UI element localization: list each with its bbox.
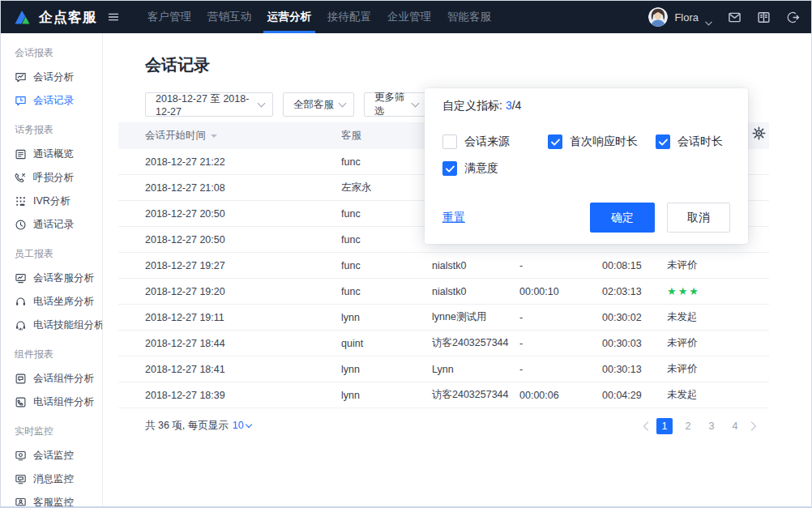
- column-header-label: 会话开始时间: [145, 129, 206, 143]
- sidebar-item[interactable]: 通话概览: [1, 143, 102, 166]
- logo-mark-icon: [14, 9, 33, 25]
- sidebar-item-label: 会话组件分析: [33, 372, 94, 386]
- reset-link[interactable]: 重置: [442, 211, 465, 225]
- table-cell: 2018-12-27 19:27: [118, 260, 341, 271]
- next-page-icon[interactable]: [750, 421, 757, 431]
- logout-icon[interactable]: [786, 11, 800, 24]
- nav-item-1[interactable]: 客户管理: [142, 1, 197, 33]
- nav-item-2[interactable]: 营销互动: [202, 1, 257, 33]
- user-menu[interactable]: Flora: [648, 7, 712, 27]
- nav-item-4[interactable]: 接待配置: [322, 1, 377, 33]
- nav-item-6[interactable]: 智能客服: [442, 1, 497, 33]
- sidebar-item[interactable]: 会话分析: [1, 66, 102, 89]
- column-header-start-time[interactable]: 会话开始时间: [118, 129, 341, 143]
- user-name: Flora: [674, 11, 699, 23]
- sidebar-item[interactable]: 会话客服分析: [1, 267, 102, 290]
- column-header: 客服: [341, 129, 432, 143]
- date-range-select[interactable]: 2018-12-27 至 2018-12-27: [145, 92, 273, 117]
- address-book-icon[interactable]: [757, 11, 771, 24]
- agent-select[interactable]: 全部客服: [283, 92, 354, 117]
- sidebar-item[interactable]: 通话记录: [1, 213, 102, 237]
- table-cell: 2018-12-27 18:44: [118, 338, 341, 349]
- table-row: 2018-12-27 18:41lynnLynn-00:30:13未评价: [118, 356, 769, 382]
- table-cell: 2018-12-27 21:08: [118, 182, 341, 194]
- chat-analysis-icon: [15, 71, 27, 83]
- custom-metrics-popover: 自定义指标:3/4 会话来源首次响应时长会话时长满意度 重置 确定 取消: [425, 88, 748, 244]
- avatar: [648, 7, 668, 27]
- more-filters-select[interactable]: 更多筛选: [364, 92, 427, 117]
- sidebar-item[interactable]: 消息监控: [1, 467, 102, 491]
- sidebar-item[interactable]: 呼损分析: [1, 166, 102, 190]
- metric-checkbox-item[interactable]: 会话来源: [442, 134, 548, 149]
- sidebar-item[interactable]: 电话组件分析: [1, 391, 102, 414]
- sidebar-item-label: 会话客服分析: [33, 271, 94, 285]
- satisfaction-cell: 未评价: [667, 362, 769, 376]
- metric-checkbox-item[interactable]: 首次响应时长: [548, 134, 656, 149]
- checkbox-checked-icon[interactable]: [442, 161, 457, 176]
- sidebar-item-label: 会话分析: [33, 70, 74, 84]
- page-number-1[interactable]: 1: [656, 418, 673, 434]
- sidebar-item[interactable]: 会话监控: [1, 444, 102, 467]
- sidebar-item[interactable]: 会话记录: [1, 89, 102, 113]
- satisfaction-text: 未发起: [667, 389, 698, 400]
- sidebar-item-label: 电话技能组分析: [33, 318, 103, 332]
- metric-checkbox-label: 首次响应时长: [570, 134, 638, 149]
- agent-select-value: 全部客服: [293, 98, 334, 112]
- metric-checkbox-item[interactable]: 会话时长: [656, 134, 723, 149]
- call-overview-icon: [15, 148, 27, 160]
- sidebar-item[interactable]: 客服监控: [1, 491, 102, 507]
- hamburger-menu-icon[interactable]: [107, 11, 120, 23]
- page-size-select[interactable]: 10: [233, 420, 244, 431]
- page-title: 会话记录: [145, 54, 769, 76]
- sidebar-item-label: 通话记录: [33, 218, 74, 232]
- chevron-down-icon: [339, 100, 347, 108]
- phone-component-icon: [15, 396, 27, 408]
- call-loss-icon: [15, 172, 27, 184]
- table-cell: 2018-12-27 19:20: [118, 286, 341, 297]
- agent-monitor-icon: [15, 497, 27, 507]
- mail-icon[interactable]: [728, 11, 741, 24]
- checkbox-checked-icon[interactable]: [656, 134, 670, 149]
- total-count-text: 共 36 项, 每页显示: [145, 420, 229, 431]
- page-number-4[interactable]: 4: [727, 418, 743, 434]
- chat-record-icon: [15, 95, 27, 107]
- table-cell: 00:04:29: [602, 390, 667, 401]
- sidebar-item[interactable]: 电话技能组分析: [1, 314, 102, 337]
- page-number-2[interactable]: 2: [680, 418, 696, 434]
- table-cell: func: [341, 208, 432, 220]
- metric-checkbox-item[interactable]: 满意度: [442, 161, 548, 176]
- chevron-down-icon[interactable]: [245, 421, 251, 428]
- table-cell: lynn: [341, 312, 432, 323]
- sidebar-section-title: 实时监控: [1, 414, 102, 444]
- table-cell: 访客2403257344: [432, 336, 519, 350]
- checkbox-checked-icon[interactable]: [548, 134, 562, 149]
- top-navbar: 企点客服 客户管理营销互动运营分析接待配置企业管理智能客服 Flora: [1, 1, 811, 33]
- page-number-3[interactable]: 3: [703, 418, 720, 434]
- table-cell: 2018-12-27 20:50: [118, 234, 341, 245]
- nav-item-5[interactable]: 企业管理: [382, 1, 437, 33]
- sidebar-item[interactable]: 会话组件分析: [1, 367, 102, 391]
- column-settings-gear-icon[interactable]: [752, 126, 766, 140]
- table-row: 2018-12-27 19:27funcnialstk0-00:08:15未评价: [118, 253, 769, 279]
- table-cell: -: [519, 312, 602, 323]
- previous-page-icon[interactable]: [643, 421, 649, 431]
- sidebar-item[interactable]: IVR分析: [1, 190, 102, 213]
- sidebar-item-label: 会话记录: [33, 94, 74, 108]
- table-cell: 00:30:02: [602, 312, 667, 323]
- table-cell: quint: [341, 338, 432, 349]
- table-cell: 00:00:10: [519, 286, 602, 297]
- sidebar-section-title: 组件报表: [1, 337, 102, 367]
- nav-item-3[interactable]: 运营分析: [262, 1, 317, 33]
- table-cell: 2018-12-27 19:11: [118, 312, 341, 323]
- cancel-button[interactable]: 取消: [667, 203, 730, 233]
- app-logo[interactable]: 企点客服: [14, 8, 97, 27]
- checkbox-unchecked-icon[interactable]: [442, 134, 457, 149]
- sidebar-item-label: 电话坐席分析: [33, 295, 94, 309]
- metric-checkbox-label: 满意度: [464, 161, 498, 176]
- confirm-button[interactable]: 确定: [590, 203, 655, 233]
- satisfaction-cell: 未评价: [667, 336, 769, 350]
- table-cell: func: [341, 234, 432, 245]
- sidebar-item[interactable]: 电话坐席分析: [1, 290, 102, 314]
- popover-footer: 重置 确定 取消: [442, 203, 730, 233]
- chevron-down-icon: [412, 100, 420, 108]
